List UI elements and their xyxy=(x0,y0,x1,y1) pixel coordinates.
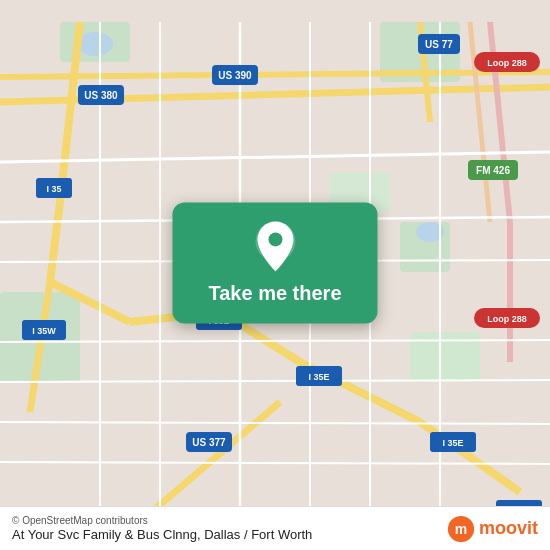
moovit-brand-text: moovit xyxy=(479,518,538,539)
svg-text:US 390: US 390 xyxy=(218,70,252,81)
map-container: US 77 US 380 US 390 FM 426 Loop 288 Loop… xyxy=(0,0,550,550)
svg-text:I 35: I 35 xyxy=(46,184,61,194)
svg-text:m: m xyxy=(455,521,467,537)
svg-text:I 35E: I 35E xyxy=(442,438,463,448)
svg-text:I 35E: I 35E xyxy=(308,372,329,382)
osm-attribution: © OpenStreetMap contributors xyxy=(12,515,312,526)
svg-text:FM 426: FM 426 xyxy=(476,165,510,176)
location-name: At Your Svc Family & Bus Clnng, Dallas /… xyxy=(12,527,312,542)
svg-text:US 77: US 77 xyxy=(425,39,453,50)
svg-point-64 xyxy=(268,232,282,246)
button-overlay: Take me there xyxy=(172,202,377,323)
take-me-there-button[interactable]: Take me there xyxy=(172,202,377,323)
bottom-left-info: © OpenStreetMap contributors At Your Svc… xyxy=(12,515,312,542)
moovit-icon: m xyxy=(447,515,475,543)
svg-text:Loop 288: Loop 288 xyxy=(487,58,527,68)
svg-text:US 377: US 377 xyxy=(192,437,226,448)
svg-text:I 35W: I 35W xyxy=(32,326,56,336)
bottom-bar: © OpenStreetMap contributors At Your Svc… xyxy=(0,506,550,550)
location-pin-icon xyxy=(249,220,301,272)
take-me-there-label: Take me there xyxy=(208,282,341,305)
svg-text:US 380: US 380 xyxy=(84,90,118,101)
moovit-logo: m moovit xyxy=(447,515,538,543)
svg-text:Loop 288: Loop 288 xyxy=(487,314,527,324)
